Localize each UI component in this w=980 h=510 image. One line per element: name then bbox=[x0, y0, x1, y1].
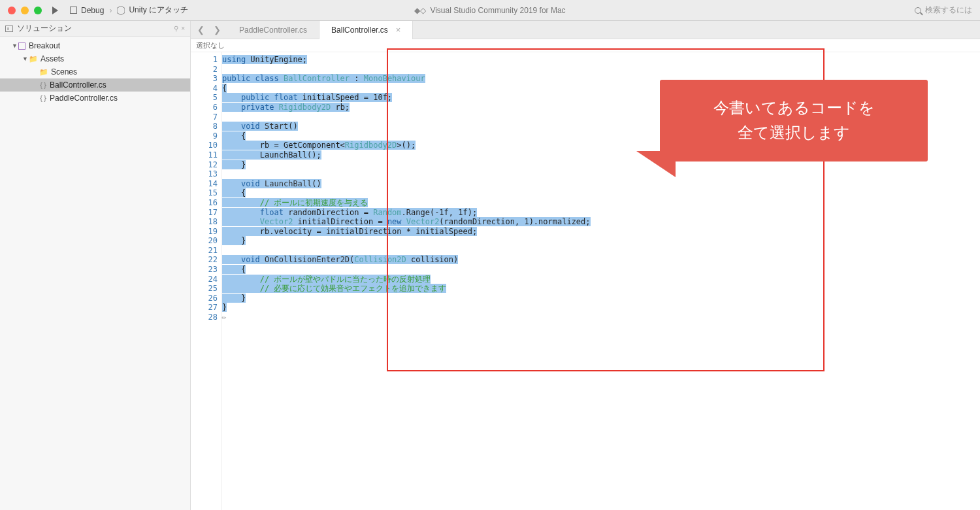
close-panel-icon[interactable]: × bbox=[181, 25, 185, 32]
code-token bbox=[222, 112, 227, 122]
run-config-selector[interactable]: Debug › Unity にアタッチ bbox=[70, 5, 188, 16]
line-number: 11 bbox=[191, 150, 218, 160]
csharp-file-icon: {} bbox=[39, 82, 47, 89]
code-token: { bbox=[222, 188, 246, 197]
code-token: LaunchBall bbox=[265, 179, 312, 188]
callout-line1: 今書いてあるコードを bbox=[673, 95, 915, 120]
sidebar-tools: ⚲ × bbox=[174, 25, 185, 32]
code-line[interactable]: Vector2 initialDirection = new Vector2(r… bbox=[222, 217, 980, 227]
annotation-callout: 今書いてあるコードを 全て選択します bbox=[660, 80, 928, 162]
svg-marker-0 bbox=[117, 6, 125, 15]
debug-label: Debug bbox=[81, 6, 104, 15]
tab-nav: ❮ ❯ bbox=[191, 21, 227, 39]
solution-sidebar: ソリューション ⚲ × ▼Breakout▼📁Assets📁Scenes{}Ba… bbox=[0, 21, 191, 510]
disclosure-arrow-icon[interactable]: ▼ bbox=[22, 56, 29, 62]
code-line[interactable] bbox=[222, 169, 980, 179]
code-token: void bbox=[241, 255, 265, 264]
code-line[interactable]: // ボールが壁やパドルに当たった時の反射処理 bbox=[222, 275, 980, 284]
code-line[interactable]: rb.velocity = initialDirection * initial… bbox=[222, 227, 980, 237]
code-line[interactable]: // ボールに初期速度を与える bbox=[222, 198, 980, 208]
code-token: randomDirection = bbox=[288, 208, 373, 217]
code-token bbox=[222, 93, 241, 102]
debug-square-icon bbox=[70, 7, 77, 14]
code-token: UnityEngine; bbox=[250, 55, 307, 64]
line-number: 3 bbox=[191, 74, 218, 84]
code-token: } bbox=[222, 294, 246, 303]
code-line[interactable]: void OnCollisionEnter2D(Collision2D coll… bbox=[222, 255, 980, 265]
line-number: 28 bbox=[191, 313, 218, 322]
code-token: // ボールに初期速度を与える bbox=[260, 198, 368, 207]
code-token: private bbox=[241, 103, 279, 112]
code-token bbox=[222, 217, 260, 226]
main-layout: ソリューション ⚲ × ▼Breakout▼📁Assets📁Scenes{}Ba… bbox=[0, 21, 980, 510]
code-line[interactable]: { bbox=[222, 188, 980, 198]
code-line[interactable]: float randomDirection = Random.Range(-1f… bbox=[222, 208, 980, 218]
tab-close-icon[interactable]: × bbox=[396, 25, 401, 35]
window-controls bbox=[8, 7, 42, 14]
code-token: } bbox=[222, 236, 246, 245]
sidebar-header: ソリューション ⚲ × bbox=[0, 21, 190, 37]
tab-label: BallController.cs bbox=[331, 26, 388, 35]
code-token: () bbox=[288, 122, 297, 131]
code-token: () bbox=[312, 179, 321, 188]
tab-paddlecontroller-cs[interactable]: PaddleController.cs bbox=[227, 21, 319, 39]
disclosure-arrow-icon[interactable]: ▼ bbox=[12, 42, 18, 49]
code-line[interactable]: // 必要に応じて効果音やエフェクトを追加できます bbox=[222, 284, 980, 294]
code-token: initialSpeed = 10f; bbox=[302, 93, 392, 102]
tree-item-label: BallController.cs bbox=[50, 80, 106, 90]
run-play-icon[interactable] bbox=[52, 7, 58, 14]
code-token: rb.velocity = initialDirection * initial… bbox=[222, 227, 477, 236]
code-token bbox=[222, 103, 241, 112]
editor-area: ❮ ❯ PaddleController.csBallController.cs… bbox=[191, 21, 980, 510]
tree-item-scenes[interactable]: 📁Scenes bbox=[0, 65, 190, 78]
tab-next-icon[interactable]: ❯ bbox=[214, 25, 221, 35]
tab-ballcontroller-cs[interactable]: BallController.cs× bbox=[319, 21, 413, 39]
code-line[interactable]: } bbox=[222, 236, 980, 246]
code-token: : bbox=[350, 74, 364, 83]
code-line[interactable]: { bbox=[222, 265, 980, 275]
minimize-window-button[interactable] bbox=[21, 7, 29, 14]
tab-prev-icon[interactable]: ❮ bbox=[197, 25, 204, 35]
solution-icon bbox=[18, 42, 25, 50]
code-token bbox=[222, 198, 260, 207]
solution-tree: ▼Breakout▼📁Assets📁Scenes{}BallController… bbox=[0, 37, 190, 107]
tree-item-label: Scenes bbox=[51, 67, 77, 76]
code-token: MonoBehaviour bbox=[364, 74, 425, 83]
tree-item-breakout[interactable]: ▼Breakout bbox=[0, 39, 190, 52]
code-line[interactable]: void LaunchBall() bbox=[222, 179, 980, 189]
code-line[interactable]: using UnityEngine; bbox=[222, 55, 980, 65]
tree-item-label: Breakout bbox=[29, 41, 60, 50]
code-line[interactable]: ✎ bbox=[222, 313, 980, 322]
code-line[interactable]: } bbox=[222, 303, 980, 313]
line-gutter: 1234567891011121314151617181920212223242… bbox=[191, 52, 222, 510]
code-token bbox=[222, 275, 260, 284]
code-token: OnCollisionEnter2D bbox=[265, 255, 350, 264]
code-token: { bbox=[222, 265, 246, 274]
line-number: 1 bbox=[191, 55, 218, 65]
pin-icon[interactable]: ⚲ bbox=[174, 25, 178, 32]
code-token: Vector2 bbox=[406, 217, 440, 226]
code-line[interactable] bbox=[222, 65, 980, 75]
code-line[interactable] bbox=[222, 246, 980, 256]
code-token: Rigidbody2D bbox=[345, 141, 397, 150]
close-window-button[interactable] bbox=[8, 7, 16, 14]
code-token: void bbox=[241, 179, 265, 188]
line-number: 13 bbox=[191, 169, 218, 179]
breadcrumb-text: 選択なし bbox=[196, 41, 225, 50]
code-token: Random bbox=[373, 208, 401, 217]
code-token bbox=[222, 169, 227, 178]
tree-item-assets[interactable]: ▼📁Assets bbox=[0, 52, 190, 65]
code-line[interactable]: } bbox=[222, 294, 980, 303]
tree-item-ballcontroller-cs[interactable]: {}BallController.cs bbox=[0, 78, 190, 92]
code-token bbox=[222, 246, 227, 255]
global-search[interactable]: 検索するには bbox=[915, 5, 972, 16]
line-number: 12 bbox=[191, 160, 218, 170]
line-number: 16 bbox=[191, 198, 218, 208]
breadcrumb[interactable]: 選択なし bbox=[191, 39, 980, 52]
search-icon bbox=[915, 7, 921, 14]
app-title-text: Visual Studio Community 2019 for Mac bbox=[430, 6, 565, 15]
zoom-window-button[interactable] bbox=[34, 7, 42, 14]
code-token bbox=[222, 208, 260, 217]
line-number: 10 bbox=[191, 141, 218, 150]
tree-item-paddlecontroller-cs[interactable]: {}PaddleController.cs bbox=[0, 92, 190, 105]
